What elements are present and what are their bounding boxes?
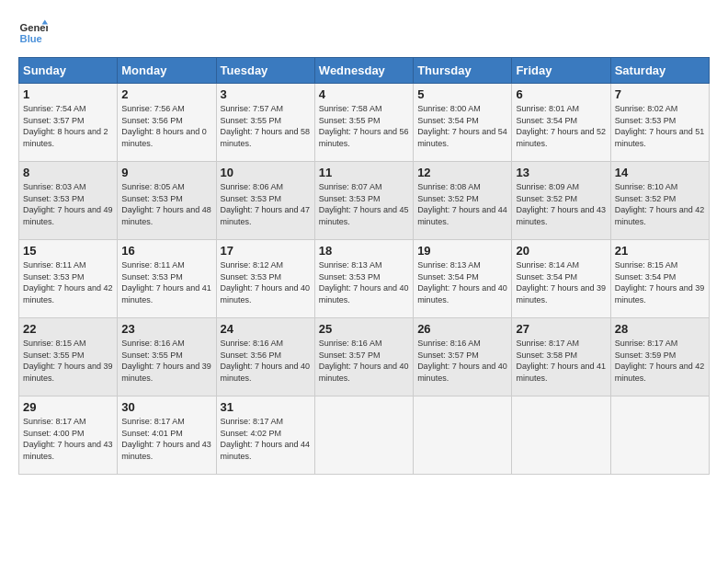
day-info: Sunrise: 8:11 AM Sunset: 3:53 PM Dayligh… [23, 259, 113, 305]
calendar-cell: 9 Sunrise: 8:05 AM Sunset: 3:53 PM Dayli… [118, 162, 216, 240]
day-info: Sunrise: 8:08 AM Sunset: 3:52 PM Dayligh… [417, 181, 507, 227]
day-number: 12 [417, 166, 507, 179]
day-info: Sunrise: 8:09 AM Sunset: 3:52 PM Dayligh… [516, 181, 606, 227]
day-number: 15 [23, 244, 113, 258]
day-number: 25 [319, 322, 409, 336]
day-info: Sunrise: 8:12 AM Sunset: 3:53 PM Dayligh… [221, 259, 311, 305]
logo: General Blue [18, 18, 48, 48]
calendar-cell: 25 Sunrise: 8:16 AM Sunset: 3:57 PM Dayl… [314, 318, 413, 396]
day-info: Sunrise: 7:56 AM Sunset: 3:56 PM Dayligh… [121, 103, 211, 149]
svg-text:Blue: Blue [20, 33, 42, 44]
day-number: 6 [516, 87, 606, 101]
day-number: 28 [615, 322, 705, 336]
day-info: Sunrise: 8:16 AM Sunset: 3:55 PM Dayligh… [121, 338, 211, 384]
day-number: 17 [221, 244, 311, 258]
day-info: Sunrise: 8:16 AM Sunset: 3:57 PM Dayligh… [417, 338, 507, 384]
calendar-cell: 22 Sunrise: 8:15 AM Sunset: 3:55 PM Dayl… [19, 318, 118, 396]
day-info: Sunrise: 8:15 AM Sunset: 3:55 PM Dayligh… [23, 338, 113, 384]
calendar-cell: 3 Sunrise: 7:57 AM Sunset: 3:55 PM Dayli… [216, 84, 314, 162]
calendar-cell: 26 Sunrise: 8:16 AM Sunset: 3:57 PM Dayl… [414, 318, 512, 396]
day-info: Sunrise: 8:17 AM Sunset: 3:58 PM Dayligh… [516, 338, 606, 384]
day-header-friday: Friday [512, 58, 610, 84]
calendar-week-5: 29 Sunrise: 8:17 AM Sunset: 4:00 PM Dayl… [19, 396, 710, 475]
day-info: Sunrise: 8:11 AM Sunset: 3:53 PM Dayligh… [121, 259, 211, 305]
day-number: 29 [23, 400, 113, 414]
header-row: SundayMondayTuesdayWednesdayThursdayFrid… [19, 58, 710, 84]
day-number: 26 [417, 322, 507, 336]
day-number: 4 [319, 87, 409, 101]
day-number: 16 [121, 244, 211, 258]
day-info: Sunrise: 8:17 AM Sunset: 3:59 PM Dayligh… [615, 338, 705, 384]
day-number: 18 [319, 244, 409, 258]
day-info: Sunrise: 8:02 AM Sunset: 3:53 PM Dayligh… [615, 103, 705, 149]
day-number: 9 [121, 166, 211, 179]
day-info: Sunrise: 8:07 AM Sunset: 3:53 PM Dayligh… [319, 181, 409, 227]
calendar-table: SundayMondayTuesdayWednesdayThursdayFrid… [18, 57, 710, 475]
day-header-tuesday: Tuesday [216, 58, 314, 84]
day-info: Sunrise: 7:57 AM Sunset: 3:55 PM Dayligh… [221, 103, 311, 149]
day-info: Sunrise: 8:05 AM Sunset: 3:53 PM Dayligh… [121, 181, 211, 227]
calendar-cell: 7 Sunrise: 8:02 AM Sunset: 3:53 PM Dayli… [610, 84, 709, 162]
calendar-cell: 28 Sunrise: 8:17 AM Sunset: 3:59 PM Dayl… [610, 318, 709, 396]
day-number: 2 [121, 87, 211, 101]
day-number: 11 [319, 166, 409, 179]
day-info: Sunrise: 8:13 AM Sunset: 3:53 PM Dayligh… [319, 259, 409, 305]
calendar-cell: 14 Sunrise: 8:10 AM Sunset: 3:52 PM Dayl… [610, 162, 709, 240]
day-info: Sunrise: 8:13 AM Sunset: 3:54 PM Dayligh… [417, 259, 507, 305]
calendar-cell: 24 Sunrise: 8:16 AM Sunset: 3:56 PM Dayl… [216, 318, 314, 396]
day-number: 3 [221, 87, 311, 101]
day-info: Sunrise: 7:58 AM Sunset: 3:55 PM Dayligh… [319, 103, 409, 149]
calendar-cell: 15 Sunrise: 8:11 AM Sunset: 3:53 PM Dayl… [19, 240, 118, 318]
calendar-week-1: 1 Sunrise: 7:54 AM Sunset: 3:57 PM Dayli… [19, 84, 710, 162]
day-info: Sunrise: 8:01 AM Sunset: 3:54 PM Dayligh… [516, 103, 606, 149]
day-number: 20 [516, 244, 606, 258]
calendar-cell: 10 Sunrise: 8:06 AM Sunset: 3:53 PM Dayl… [216, 162, 314, 240]
day-number: 30 [121, 400, 211, 414]
day-number: 21 [615, 244, 705, 258]
calendar-cell: 8 Sunrise: 8:03 AM Sunset: 3:53 PM Dayli… [19, 162, 118, 240]
page-header: General Blue [18, 18, 710, 48]
calendar-cell: 17 Sunrise: 8:12 AM Sunset: 3:53 PM Dayl… [216, 240, 314, 318]
calendar-cell: 6 Sunrise: 8:01 AM Sunset: 3:54 PM Dayli… [512, 84, 610, 162]
day-info: Sunrise: 8:14 AM Sunset: 3:54 PM Dayligh… [516, 259, 606, 305]
day-info: Sunrise: 8:06 AM Sunset: 3:53 PM Dayligh… [221, 181, 311, 227]
day-number: 13 [516, 166, 606, 179]
day-number: 31 [221, 400, 311, 414]
day-number: 24 [221, 322, 311, 336]
day-info: Sunrise: 8:16 AM Sunset: 3:57 PM Dayligh… [319, 338, 409, 384]
calendar-cell: 20 Sunrise: 8:14 AM Sunset: 3:54 PM Dayl… [512, 240, 610, 318]
calendar-cell [414, 396, 512, 475]
day-number: 8 [23, 166, 113, 179]
calendar-cell: 27 Sunrise: 8:17 AM Sunset: 3:58 PM Dayl… [512, 318, 610, 396]
day-number: 7 [615, 87, 705, 101]
calendar-cell: 1 Sunrise: 7:54 AM Sunset: 3:57 PM Dayli… [19, 84, 118, 162]
day-header-saturday: Saturday [610, 58, 709, 84]
calendar-cell: 16 Sunrise: 8:11 AM Sunset: 3:53 PM Dayl… [118, 240, 216, 318]
calendar-cell: 29 Sunrise: 8:17 AM Sunset: 4:00 PM Dayl… [19, 396, 118, 475]
calendar-week-3: 15 Sunrise: 8:11 AM Sunset: 3:53 PM Dayl… [19, 240, 710, 318]
day-info: Sunrise: 8:15 AM Sunset: 3:54 PM Dayligh… [615, 259, 705, 305]
calendar-cell: 5 Sunrise: 8:00 AM Sunset: 3:54 PM Dayli… [414, 84, 512, 162]
calendar-cell: 2 Sunrise: 7:56 AM Sunset: 3:56 PM Dayli… [118, 84, 216, 162]
calendar-cell: 19 Sunrise: 8:13 AM Sunset: 3:54 PM Dayl… [414, 240, 512, 318]
calendar-cell: 13 Sunrise: 8:09 AM Sunset: 3:52 PM Dayl… [512, 162, 610, 240]
day-info: Sunrise: 8:17 AM Sunset: 4:02 PM Dayligh… [221, 416, 311, 462]
calendar-cell: 23 Sunrise: 8:16 AM Sunset: 3:55 PM Dayl… [118, 318, 216, 396]
calendar-cell: 11 Sunrise: 8:07 AM Sunset: 3:53 PM Dayl… [314, 162, 413, 240]
calendar-cell [512, 396, 610, 475]
calendar-cell: 4 Sunrise: 7:58 AM Sunset: 3:55 PM Dayli… [314, 84, 413, 162]
day-header-thursday: Thursday [414, 58, 512, 84]
calendar-week-4: 22 Sunrise: 8:15 AM Sunset: 3:55 PM Dayl… [19, 318, 710, 396]
day-number: 23 [121, 322, 211, 336]
day-number: 5 [417, 87, 507, 101]
day-number: 1 [23, 87, 113, 101]
day-number: 22 [23, 322, 113, 336]
day-info: Sunrise: 8:17 AM Sunset: 4:01 PM Dayligh… [121, 416, 211, 462]
calendar-cell: 31 Sunrise: 8:17 AM Sunset: 4:02 PM Dayl… [216, 396, 314, 475]
calendar-cell: 18 Sunrise: 8:13 AM Sunset: 3:53 PM Dayl… [314, 240, 413, 318]
day-info: Sunrise: 8:17 AM Sunset: 4:00 PM Dayligh… [23, 416, 113, 462]
day-header-wednesday: Wednesday [314, 58, 413, 84]
calendar-cell [610, 396, 709, 475]
day-number: 10 [221, 166, 311, 179]
day-info: Sunrise: 8:00 AM Sunset: 3:54 PM Dayligh… [417, 103, 507, 149]
